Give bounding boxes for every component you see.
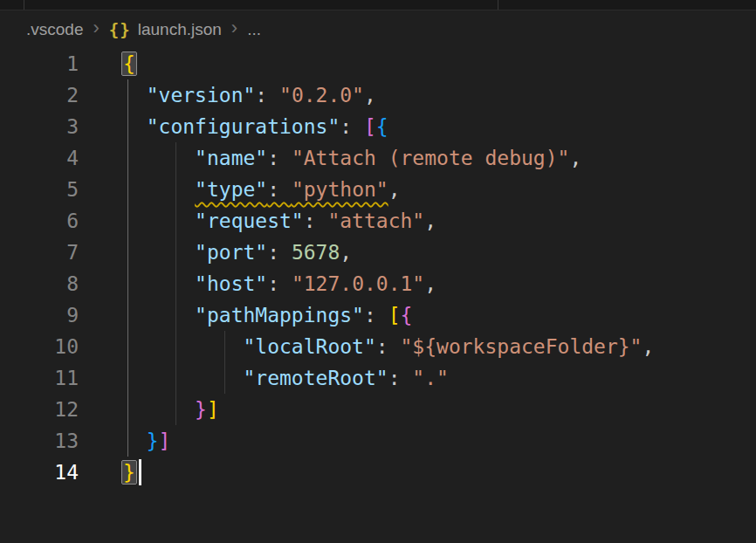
token-b1: { [122,52,136,75]
token-key: "name" [195,147,267,169]
line-content: "type": "python", [79,174,401,205]
code-line[interactable]: 2 "version": "0.2.0", [0,79,756,111]
text-cursor [139,459,141,485]
indent-whitespace [122,115,147,138]
code-line[interactable]: 6 "request": "attach", [0,205,756,237]
token-punct: , [388,178,401,201]
token-punct: , [642,335,654,358]
token-punct: : [304,210,328,232]
token-str: "Attach (remote debug)" [292,147,570,169]
line-content: "request": "attach", [79,205,436,237]
token-punct: : [388,367,413,389]
line-content: "port": 5678, [79,237,352,268]
code-lines: 1{2 "version": "0.2.0",3 "configurations… [0,48,756,488]
token-punct: : [267,272,292,295]
token-str: "${workspaceFolder}" [401,335,643,358]
code-line[interactable]: 8 "host": "127.0.0.1", [0,268,756,299]
token-punct: : [267,241,292,264]
line-content: } [79,457,141,488]
token-punct: , [340,241,352,264]
code-line[interactable]: 1{ [0,48,756,79]
token-b3: } [147,430,159,452]
code-editor[interactable]: 1{2 "version": "0.2.0",3 "configurations… [0,48,756,488]
token-punct: , [424,210,436,232]
line-content: "pathMappings": [{ [79,299,412,331]
token-key: "version" [147,84,256,107]
line-number[interactable]: 11 [0,362,79,394]
vscode-editor: .vscode › {} launch.json › ... 1{2 "vers… [0,0,756,488]
line-number[interactable]: 4 [0,142,79,174]
code-line[interactable]: 3 "configurations": [{ [0,111,756,142]
line-content: "host": "127.0.0.1", [79,268,436,299]
code-line[interactable]: 10 "localRoot": "${workspaceFolder}", [0,331,756,362]
code-line[interactable]: 4 "name": "Attach (remote debug)", [0,142,756,174]
code-line[interactable]: 12 }] [0,394,756,425]
indent-whitespace [122,367,243,389]
breadcrumb-folder[interactable]: .vscode [26,20,83,39]
token-punct: : [340,115,364,138]
indent-whitespace [122,241,195,264]
line-number[interactable]: 2 [0,79,79,111]
line-number[interactable]: 7 [0,237,79,268]
code-line[interactable]: 11 "remoteRoot": "." [0,362,756,394]
token-key: "request" [195,210,304,232]
breadcrumb-symbol[interactable]: ... [247,20,261,39]
chevron-right-icon: › [93,18,99,38]
line-number[interactable]: 8 [0,268,79,299]
tab-separator [24,0,24,10]
breadcrumb-file[interactable]: {} launch.json [109,20,222,39]
token-b1: ] [207,398,219,421]
line-number[interactable]: 10 [0,331,79,362]
line-number[interactable]: 12 [0,394,79,425]
line-number[interactable]: 6 [0,205,79,237]
token-key: "host" [195,272,267,295]
token-str: "127.0.0.1" [292,272,424,295]
token-punct: : [376,335,401,358]
line-content: "name": "Attach (remote debug)", [79,142,581,174]
token-punct: : [267,147,292,169]
token-b2: [ [364,115,376,138]
line-number[interactable]: 5 [0,174,79,205]
token-b1: } [122,461,136,484]
line-content: }] [79,394,219,425]
token-str: "attach" [327,210,424,232]
line-content: "version": "0.2.0", [79,79,376,111]
line-number[interactable]: 1 [0,48,79,79]
token-key: "port" [195,241,267,264]
token-b1: [ [388,304,401,326]
indent-whitespace [122,398,195,421]
line-content: "remoteRoot": "." [79,362,449,394]
breadcrumb: .vscode › {} launch.json › ... [0,10,756,48]
token-key: "remoteRoot" [243,367,388,389]
line-number[interactable]: 14 [0,457,79,488]
indent-whitespace [122,210,195,232]
indent-whitespace [122,430,147,452]
token-str: "." [412,367,449,389]
line-number[interactable]: 9 [0,299,79,331]
token-b2: } [195,398,207,421]
line-number[interactable]: 13 [0,425,79,457]
token-str: "0.2.0" [279,84,364,107]
token-punct: , [364,84,376,107]
chevron-right-icon: › [231,18,237,38]
line-content: { [79,48,136,79]
token-punct: , [569,147,581,169]
code-line[interactable]: 14} [0,457,756,488]
line-content: "localRoot": "${workspaceFolder}", [79,331,654,362]
line-number[interactable]: 3 [0,111,79,142]
code-line[interactable]: 9 "pathMappings": [{ [0,299,756,331]
token-b2: { [401,304,413,326]
token-b2: ] [159,430,171,452]
token-num: 5678 [292,241,340,264]
code-line[interactable]: 13 }] [0,425,756,457]
breadcrumb-file-label: launch.json [138,20,222,39]
indent-whitespace [122,304,195,326]
code-line[interactable]: 5 "type": "python", [0,174,756,205]
token-punct: , [424,272,436,295]
code-line[interactable]: 7 "port": 5678, [0,237,756,268]
token-punct: : [267,178,292,201]
token-str: "python" [292,178,388,201]
indent-whitespace [122,178,195,201]
json-file-icon: {} [109,20,131,39]
indent-whitespace [122,147,195,169]
